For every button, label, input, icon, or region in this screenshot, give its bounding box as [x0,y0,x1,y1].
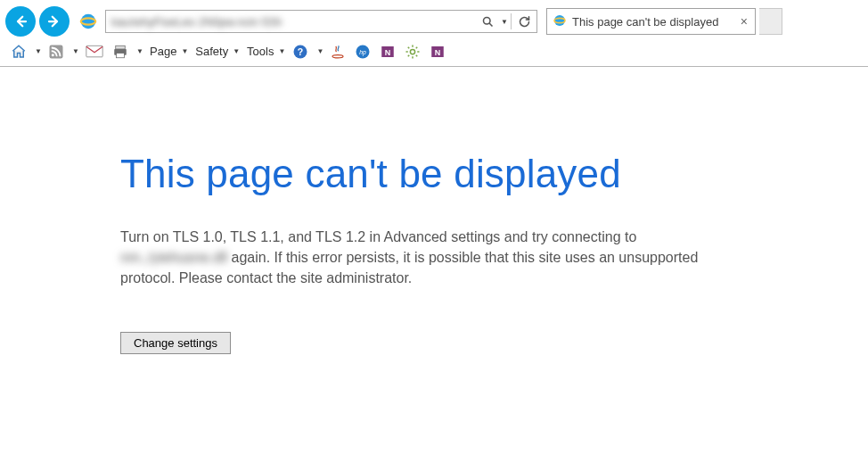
search-dropdown-icon[interactable]: ▼ [498,12,509,30]
separator [511,13,512,29]
arrow-left-icon [12,13,29,29]
svg-text:N: N [435,47,441,56]
arrow-right-icon [46,13,62,29]
command-bar: ▼ ▼ ▼ Page▼ Safety▼ Tools▼ ? ▼ hp [0,39,868,66]
svg-rect-11 [116,45,126,49]
error-body-pre: Turn on TLS 1.0, TLS 1.1, and TLS 1.2 in… [120,229,636,244]
hp-icon[interactable]: hp [353,42,373,62]
refresh-icon[interactable] [515,12,533,30]
error-body-host: nm.,/yiehusne.dll [120,250,227,265]
new-tab-button[interactable] [759,8,782,35]
tab-title: This page can't be displayed [572,15,733,29]
navigation-row: kau/whyFiseLeo 2N0pw.ncin f20l- ▼ This p… [0,0,868,39]
svg-text:hp: hp [360,49,367,56]
error-page: This page can't be displayed Turn on TLS… [0,67,704,354]
settings-gear-icon[interactable] [403,42,422,62]
feeds-dropdown[interactable]: ▼ [71,42,78,62]
svg-point-4 [483,17,490,24]
forward-button[interactable] [39,6,70,37]
onenote-linked-icon[interactable]: N [378,42,397,62]
home-icon[interactable] [9,42,29,62]
browser-tab[interactable]: This page can't be displayed × [546,8,756,35]
address-text: kau/whyFiseLeo 2N0pw.ncin f20l- [111,15,477,29]
search-icon[interactable] [479,12,496,30]
feeds-icon[interactable] [46,42,66,62]
svg-point-9 [52,54,54,56]
svg-rect-10 [86,45,102,57]
address-bar[interactable]: kau/whyFiseLeo 2N0pw.ncin f20l- ▼ [105,10,537,33]
java-icon[interactable] [328,42,348,62]
error-body: Turn on TLS 1.0, TLS 1.1, and TLS 1.2 in… [120,227,704,289]
svg-point-21 [411,49,415,54]
svg-text:?: ? [298,45,303,56]
tab-ie-icon [553,13,567,30]
error-heading: This page can't be displayed [120,152,704,196]
menu-page[interactable]: Page▼ [148,45,188,58]
svg-rect-13 [117,53,125,57]
menu-tools[interactable]: Tools▼ [245,45,285,58]
svg-text:N: N [385,47,391,56]
svg-point-16 [332,54,343,57]
help-icon[interactable]: ? [291,42,310,62]
ie-logo-icon [78,12,98,31]
svg-point-2 [81,14,96,29]
menu-safety[interactable]: Safety▼ [193,45,240,58]
onenote-send-icon[interactable]: N [428,42,447,62]
svg-point-6 [554,15,565,26]
svg-line-5 [489,23,492,26]
back-button[interactable] [5,6,36,37]
print-icon[interactable] [111,42,130,62]
mail-icon[interactable] [84,42,105,62]
tab-close-icon[interactable]: × [739,14,749,29]
home-dropdown[interactable]: ▼ [34,42,41,62]
help-dropdown[interactable]: ▼ [315,42,323,62]
change-settings-button[interactable]: Change settings [120,332,231,354]
print-dropdown[interactable]: ▼ [135,42,143,62]
